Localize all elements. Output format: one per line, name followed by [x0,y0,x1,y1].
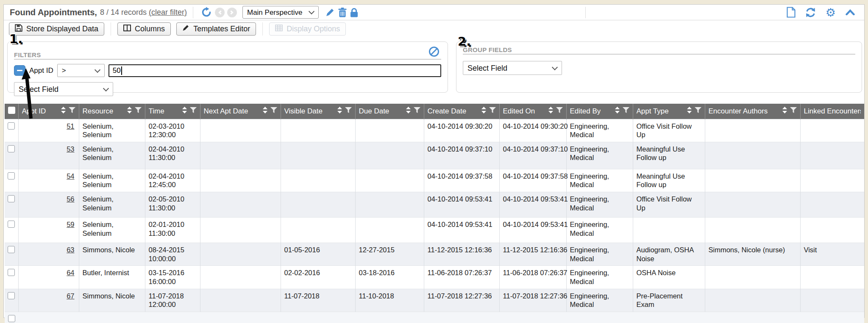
column-header-appt_type[interactable]: Appt Type [633,104,705,119]
cell-next_apt_date [200,289,281,312]
appt-id-link[interactable]: 64 [67,269,74,276]
filter-funnel-icon[interactable] [623,107,629,116]
sort-icon[interactable] [548,107,553,116]
sort-icon[interactable] [406,107,411,116]
block-circle-icon[interactable] [428,46,440,57]
refresh-icon[interactable] [805,7,816,18]
cell-linked_encounters [800,192,864,218]
row-checkbox[interactable] [8,221,15,228]
new-entry-row [5,312,864,323]
templates-editor-button[interactable]: Templates Editor [176,22,256,36]
cell-appt_id: 53 [18,142,79,169]
table-row: 64Butler, Internist03-15-2016 16:00:0002… [5,266,864,289]
column-header-appt_id[interactable]: Appt ID [18,104,79,119]
column-header-encounter_authors[interactable]: Encounter Authors [705,104,800,119]
perspective-select[interactable]: Main Perspective [242,6,319,19]
settings-gear-icon[interactable]: ⚙ [826,7,836,18]
column-header-edited_on[interactable]: Edited On [499,104,566,119]
sort-icon[interactable] [615,107,620,116]
cell-create_date: 11-06-2018 07:26:37 [424,266,499,289]
appt-id-link[interactable]: 67 [67,292,74,300]
actions-divider [111,22,111,36]
sort-icon[interactable] [481,107,486,116]
app-window: Found Appointments, 8 / 14 records (clea… [3,4,865,318]
row-checkbox[interactable] [8,246,15,253]
filter-funnel-icon[interactable] [345,107,352,116]
column-header-next_apt_date[interactable]: Next Apt Date [200,104,281,119]
cell-resource: Selenium, Selenium [79,192,145,218]
row-checkbox[interactable] [8,122,15,130]
appt-id-link[interactable]: 53 [67,145,74,153]
columns-button[interactable]: Columns [117,22,171,36]
actions-toolbar: Store Displayed Data Columns Templates E… [4,20,864,37]
cell-edited_on: 11-06-2018 07:26:37 [499,266,566,289]
appt-id-link[interactable]: 56 [67,195,74,203]
row-checkbox[interactable] [8,195,15,202]
cell-appt_id: 64 [18,266,79,289]
column-header-create_date[interactable]: Create Date [424,104,499,119]
filter-funnel-icon[interactable] [69,107,75,116]
toolbar-right-icons: ⚙ [785,7,858,18]
cell-encounter_authors [705,289,800,312]
appt-id-link[interactable]: 51 [67,122,74,130]
new-file-icon[interactable] [787,7,796,18]
row-checkbox[interactable] [8,172,15,179]
store-displayed-data-button[interactable]: Store Displayed Data [9,22,104,36]
cell-time: 08-24-2015 10:00:00 [145,243,200,266]
column-header-resource[interactable]: Resource [79,104,145,119]
sort-icon[interactable] [782,107,787,116]
filter-field-label: Appt ID [29,66,53,75]
filter-funnel-icon[interactable] [414,107,420,116]
column-header-due_date[interactable]: Due Date [355,104,424,119]
cell-encounter_authors [705,192,800,218]
filter-funnel-icon[interactable] [190,107,197,116]
select-all-checkbox[interactable] [8,107,15,114]
lock-icon[interactable] [350,8,358,17]
cell-visible_date [281,169,355,192]
clear-filter-link[interactable]: (clear filter) [149,8,187,17]
filter-operator-select[interactable]: > [57,64,105,77]
sort-icon[interactable] [182,107,187,116]
appt-id-link[interactable]: 54 [67,172,74,180]
column-header-visible_date[interactable]: Visible Date [281,104,355,119]
remove-filter-button[interactable] [14,65,25,76]
filter-value-input[interactable]: 50 [108,64,441,77]
row-checkbox[interactable] [8,292,15,299]
filter-funnel-icon[interactable] [270,107,277,116]
column-header-linked_encounters[interactable]: Linked Encounters [800,104,864,119]
cell-edited_on: 11-12-2015 12:16:36 [499,243,566,266]
cell-resource: Selenium, Selenium [79,119,145,142]
collapse-chevron-up-icon[interactable] [846,9,855,15]
group-field-select[interactable]: Select Field [463,61,562,75]
sort-icon[interactable] [263,107,267,116]
filter-funnel-icon[interactable] [135,107,142,116]
column-header-edited_by[interactable]: Edited By [566,104,633,119]
sort-icon[interactable] [127,107,132,116]
delete-trash-icon[interactable] [338,8,347,17]
cell-time: 02-04-2010 11:30:00 [145,142,200,169]
cell-create_date: 04-10-2014 09:37:58 [424,169,499,192]
sort-icon[interactable] [337,107,342,116]
cell-linked_encounters [800,266,864,289]
cell-edited_by: Engineering, Medical [566,142,633,169]
column-header-time[interactable]: Time [145,104,200,119]
add-filter-field-select[interactable]: Select Field [14,82,113,96]
appt-id-link[interactable]: 63 [67,246,74,254]
sort-icon[interactable] [61,107,66,116]
filter-funnel-icon[interactable] [790,107,797,116]
undo-icon[interactable] [201,7,212,18]
filter-funnel-icon[interactable] [489,107,496,116]
row-checkbox[interactable] [8,269,15,276]
next-icon[interactable] [227,8,237,17]
appt-id-link[interactable]: 59 [67,221,74,228]
edit-pencil-icon[interactable] [326,8,335,17]
row-checkbox[interactable] [8,145,15,152]
cell-appt_id: 54 [18,169,79,192]
new-row-checkbox[interactable] [8,315,15,322]
filter-funnel-icon[interactable] [695,107,701,116]
filter-funnel-icon[interactable] [556,107,563,116]
cell-due_date [355,192,424,218]
cell-appt_type: Audiogram, OSHA Noise [633,243,705,266]
sort-icon[interactable] [687,107,692,116]
previous-icon[interactable] [215,8,225,17]
